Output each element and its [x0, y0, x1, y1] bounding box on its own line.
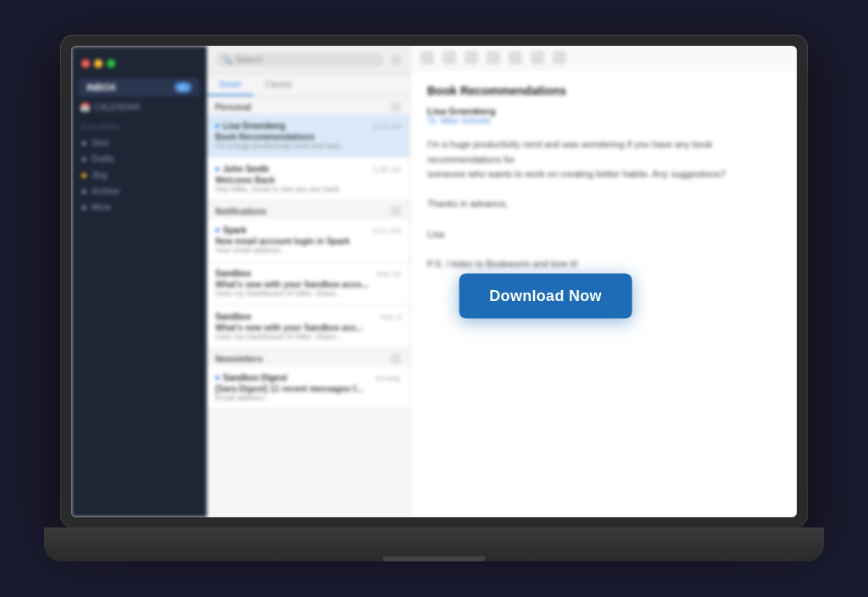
group-personal: Personal [207, 97, 409, 114]
trash-icon[interactable] [465, 51, 478, 64]
email-sender-digest: Sandbox Digest [215, 373, 287, 382]
sidebar-item-inbox[interactable]: INBOX 21 [78, 78, 200, 97]
laptop-screen: INBOX 21 📅 CALENDAR Folders Sent D [71, 46, 797, 517]
download-now-button[interactable]: Download Now [459, 273, 632, 318]
email-time-john: 4:35 AM [373, 165, 401, 174]
more-label: More [92, 203, 111, 212]
forward-icon[interactable] [531, 51, 544, 64]
sender-name-lisa: Lisa Greenberg [223, 121, 285, 131]
body-line-2: someone who wants to work on creating be… [427, 167, 780, 182]
email-item-lisa[interactable]: Lisa Greenberg 4:23 AM Book Recommendati… [207, 114, 409, 158]
email-detail-from: Lisa Greenberg [427, 106, 780, 116]
tab-smart[interactable]: Smart [207, 75, 253, 96]
email-time-digest: Sunday [375, 374, 401, 382]
minimize-button[interactable] [94, 59, 103, 68]
more-dot [81, 205, 86, 210]
email-item-spark[interactable]: Spark 9:21 AM New email account login in… [207, 219, 409, 262]
group-notifications: Notifications [207, 201, 409, 219]
app-blur-layer: INBOX 21 📅 CALENDAR Folders Sent D [71, 46, 797, 517]
sidebar: INBOX 21 📅 CALENDAR Folders Sent D [71, 46, 207, 517]
email-subject-sandbox2: What's new with your Sandbox acc... [215, 323, 401, 332]
traffic-lights [71, 54, 207, 76]
sidebar-item-archive[interactable]: Archive [71, 183, 207, 199]
email-detail-to: To: Mike Schmitz [427, 116, 780, 126]
email-subject-spark: New email account login in Spark [215, 237, 401, 246]
group-notifications-title: Notifications [215, 207, 267, 216]
email-time-lisa: 4:23 AM [373, 122, 401, 131]
email-item-sandbox2-header: Sandbox Nov 9 [215, 312, 401, 321]
body-line-6: Lisa [427, 227, 780, 243]
email-item-john[interactable]: John Smith 4:35 AM Welcome Back Hey Mike… [207, 158, 409, 201]
sidebar-item-drafts[interactable]: Drafts [71, 151, 207, 167]
unread-dot-digest [215, 376, 220, 380]
search-bar[interactable]: 🔍 Search [215, 53, 384, 67]
jlog-label: Jlog [92, 170, 107, 180]
calendar-label: CALENDAR [94, 103, 140, 112]
email-subject-lisa: Book Recommendations [215, 132, 401, 142]
email-toolbar [410, 46, 797, 70]
sent-label: Sent [92, 138, 109, 148]
sent-dot [81, 141, 86, 146]
sender-name-digest: Sandbox Digest [223, 373, 287, 382]
sidebar-item-jlog[interactable]: Jlog [71, 167, 207, 183]
group-newsletters-icon [391, 354, 401, 364]
email-subject-sandbox1: What's new with your Sandbox acco... [215, 280, 401, 289]
drafts-dot [81, 157, 86, 162]
email-item-john-header: John Smith 4:35 AM [215, 165, 401, 174]
body-line-4: Thanks in advance, [427, 197, 780, 212]
email-sender-spark: Spark [215, 226, 247, 235]
inbox-badge: 21 [175, 82, 192, 92]
email-detail-meta: Lisa Greenberg To: Mike Schmitz [427, 106, 780, 126]
email-preview-spark: Your email address... [215, 246, 401, 254]
tab-classic[interactable]: Classic [253, 75, 304, 96]
sidebar-item-more[interactable]: More [71, 199, 207, 215]
archive-icon[interactable] [442, 51, 456, 64]
reply-icon[interactable] [509, 51, 522, 64]
email-item-digest[interactable]: Sandbox Digest Sunday [Sara Digest] 11 r… [207, 366, 409, 410]
group-newsletters: Newsletters [207, 349, 409, 366]
archive-label: Archive [92, 187, 120, 196]
sidebar-item-sent[interactable]: Sent [71, 135, 207, 151]
group-personal-icon [391, 102, 401, 112]
sidebar-item-calendar[interactable]: 📅 CALENDAR [71, 98, 207, 116]
unread-dot-john [215, 167, 220, 171]
body-line-8: P.S. I listen to Bookworm and love it! [427, 257, 780, 272]
email-sender-john: John Smith [215, 165, 269, 174]
compose-icon[interactable] [391, 55, 401, 65]
more-icon[interactable] [553, 51, 566, 64]
email-subject-john: Welcome Back [215, 176, 401, 185]
email-item-spark-header: Spark 9:21 AM [215, 226, 401, 235]
inbox-label: INBOX [86, 82, 116, 92]
email-subject-digest: [Sara Digest] 11 recent messages f... [215, 384, 401, 393]
email-list-header: 🔍 Search [207, 46, 409, 75]
email-sender-lisa: Lisa Greenberg [215, 121, 285, 131]
archive-dot [81, 189, 86, 194]
laptop-base [44, 527, 824, 561]
email-preview-digest: Email address... [215, 393, 401, 402]
download-button-wrapper: Download Now [459, 273, 632, 318]
email-item-lisa-header: Lisa Greenberg 4:23 AM [215, 121, 401, 131]
email-time-sandbox1: Nov 15 [376, 270, 401, 278]
email-item-sandbox1-header: Sandbox Nov 15 [215, 269, 401, 278]
back-icon[interactable] [420, 51, 434, 64]
unread-dot-spark [215, 228, 220, 232]
sender-name-john: John Smith [223, 165, 269, 174]
email-preview-lisa: I'm a huge productivity nerd and was... [215, 142, 401, 150]
maximize-button[interactable] [107, 59, 115, 68]
group-notifications-icon [391, 206, 401, 216]
sender-name-sandbox2: Sandbox [215, 312, 251, 321]
email-sender-sandbox2: Sandbox [215, 312, 251, 321]
screen-bezel: INBOX 21 📅 CALENDAR Folders Sent D [61, 36, 807, 527]
flag-icon[interactable] [487, 51, 500, 64]
email-list: 🔍 Search Smart Classic Personal [207, 46, 410, 517]
email-item-sandbox1[interactable]: Sandbox Nov 15 What's new with your Sand… [207, 262, 409, 305]
email-sender-sandbox1: Sandbox [215, 269, 251, 278]
close-button[interactable] [81, 59, 90, 68]
search-icon: 🔍 [222, 55, 232, 64]
email-preview-sandbox2: Goto my Dashboard Hi Mike: Share... [215, 332, 401, 341]
email-item-sandbox2[interactable]: Sandbox Nov 9 What's new with your Sandb… [207, 305, 409, 349]
email-item-digest-header: Sandbox Digest Sunday [215, 373, 401, 382]
sender-name-spark: Spark [223, 226, 247, 235]
unread-dot-lisa [215, 124, 220, 128]
folders-title: Folders [71, 116, 207, 135]
